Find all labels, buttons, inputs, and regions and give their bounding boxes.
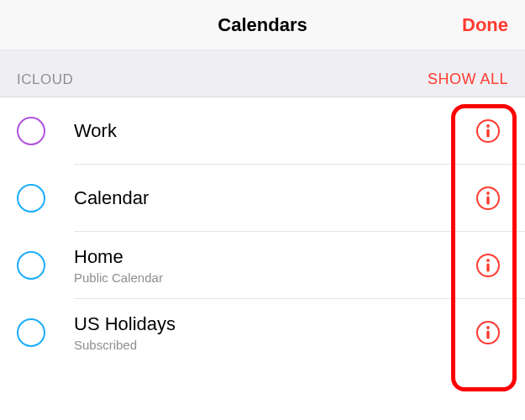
calendar-row-text: Calendar bbox=[74, 186, 508, 211]
calendar-name: US Holidays bbox=[74, 312, 458, 337]
svg-rect-11 bbox=[486, 331, 489, 339]
info-button[interactable] bbox=[475, 252, 501, 279]
info-button[interactable] bbox=[475, 319, 501, 346]
calendar-row[interactable]: Work bbox=[0, 97, 525, 165]
svg-point-1 bbox=[486, 124, 490, 128]
selection-circle-icon[interactable] bbox=[17, 184, 45, 213]
calendar-name: Work bbox=[74, 119, 458, 144]
calendar-row-text: Home Public Calendar bbox=[74, 245, 508, 286]
info-icon bbox=[475, 118, 501, 144]
calendar-row-text: Work bbox=[74, 119, 508, 144]
calendar-subtitle: Public Calendar bbox=[74, 270, 458, 286]
calendar-row[interactable]: US Holidays Subscribed bbox=[0, 299, 525, 366]
svg-point-7 bbox=[486, 259, 490, 262]
calendar-list: Work Calendar Home Public Calendar bbox=[0, 97, 525, 366]
show-all-button[interactable]: SHOW ALL bbox=[428, 71, 508, 88]
info-button[interactable] bbox=[475, 185, 501, 212]
svg-rect-2 bbox=[486, 129, 489, 138]
selection-circle-icon[interactable] bbox=[17, 318, 45, 347]
calendar-name: Home bbox=[74, 245, 458, 270]
svg-point-4 bbox=[486, 192, 490, 195]
done-button[interactable]: Done bbox=[462, 14, 508, 36]
selection-circle-icon[interactable] bbox=[17, 251, 45, 280]
svg-point-10 bbox=[486, 326, 490, 329]
calendar-row-text: US Holidays Subscribed bbox=[74, 312, 508, 353]
section-label: ICLOUD bbox=[17, 71, 73, 88]
calendar-subtitle: Subscribed bbox=[74, 337, 458, 354]
info-icon bbox=[475, 320, 501, 345]
info-button[interactable] bbox=[475, 118, 501, 144]
info-icon bbox=[475, 253, 501, 278]
svg-rect-8 bbox=[486, 264, 489, 272]
header: Calendars Done bbox=[0, 0, 525, 50]
calendar-row[interactable]: Calendar bbox=[0, 165, 525, 232]
page-title: Calendars bbox=[218, 14, 307, 36]
calendar-row[interactable]: Home Public Calendar bbox=[0, 232, 525, 299]
info-icon bbox=[475, 186, 501, 211]
calendar-name: Calendar bbox=[74, 186, 458, 211]
section-header: ICLOUD SHOW ALL bbox=[0, 50, 525, 97]
svg-rect-5 bbox=[486, 197, 489, 205]
selection-circle-icon[interactable] bbox=[17, 117, 45, 145]
